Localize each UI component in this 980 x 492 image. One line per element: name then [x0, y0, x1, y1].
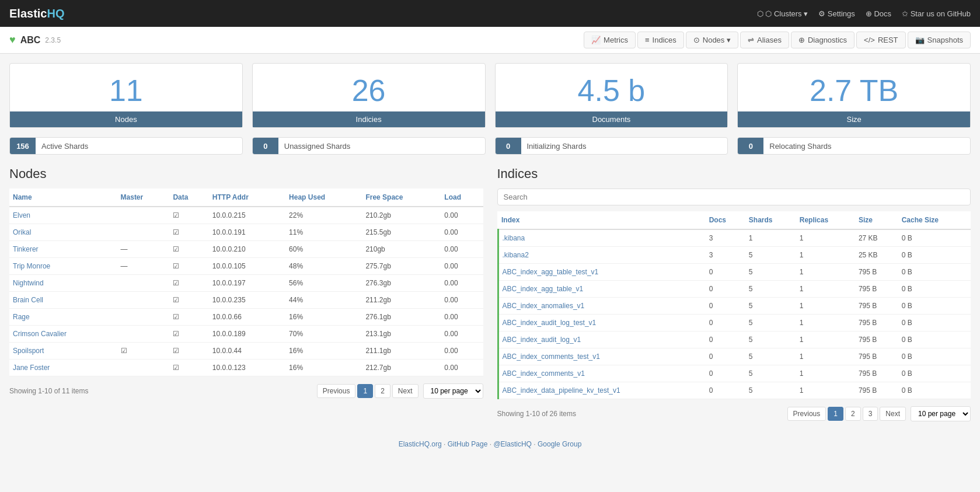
col-master: Master [117, 189, 170, 207]
table-row: Trip Monroe — ☑ 10.0.0.105 48% 275.7gb 0… [9, 258, 483, 275]
active-shards-badge: 156 Active Shards [9, 137, 243, 155]
indices-btn[interactable]: ≡ Indices [637, 32, 684, 48]
index-name-cell[interactable]: ABC_index_audit_log_v1 [498, 332, 706, 348]
indices-prev-btn[interactable]: Previous [787, 407, 826, 421]
nodes-prev-btn[interactable]: Previous [317, 384, 356, 398]
index-shards-cell: 5 [745, 382, 796, 399]
indices-label: Indicies [253, 111, 485, 127]
relocating-shards-num: 0 [738, 138, 763, 154]
active-shards-label: Active Shards [36, 142, 94, 151]
star-icon: ✩ [902, 9, 908, 18]
indices-search-input[interactable] [497, 189, 971, 205]
index-size-cell: 795 B [855, 382, 898, 399]
index-size-cell: 25 KB [855, 247, 898, 264]
index-name-cell[interactable]: ABC_index_comments_v1 [498, 365, 706, 382]
snapshots-btn[interactable]: 📷 Snapshots [908, 32, 971, 48]
index-name-cell[interactable]: ABC_index_anomalies_v1 [498, 298, 706, 315]
index-shards-cell: 5 [745, 365, 796, 382]
node-name-cell[interactable]: Nightwind [9, 275, 117, 292]
node-master-cell [117, 360, 170, 376]
index-shards-cell: 5 [745, 315, 796, 332]
index-name-cell[interactable]: ABC_index_data_pipeline_kv_test_v1 [498, 382, 706, 399]
indices-page-2-btn[interactable]: 2 [845, 407, 861, 421]
node-name-cell[interactable]: Orikal [9, 224, 117, 241]
docs-link[interactable]: ⊕ Docs [866, 9, 891, 18]
node-name-cell[interactable]: Tinkerer [9, 241, 117, 258]
docs-icon: ⊕ [866, 9, 872, 18]
node-name-cell[interactable]: Crimson Cavalier [9, 326, 117, 343]
index-name-cell[interactable]: ABC_index_agg_table_v1 [498, 281, 706, 298]
table-row: Spoilsport ☑ ☑ 10.0.0.44 16% 211.1gb 0.0… [9, 343, 483, 360]
twitter-link[interactable]: @ElasticHQ [493, 440, 532, 448]
elastichq-org-link[interactable]: ElasticHQ.org [399, 440, 442, 448]
size-label: Size [738, 111, 970, 127]
two-col-layout: Nodes Name Master Data HTTP Addr Heap Us… [9, 166, 971, 421]
heart-icon: ♥ [9, 34, 16, 46]
index-name-cell[interactable]: ABC_index_audit_log_test_v1 [498, 315, 706, 332]
clusters-menu[interactable]: ⬡ ⬡ Clusters ▾ [757, 9, 808, 18]
nodes-showing: Showing 1-10 of 11 items [9, 387, 88, 395]
index-shards-cell: 1 [745, 229, 796, 247]
github-page-link[interactable]: GitHub Page [448, 440, 488, 448]
node-http-cell: 10.0.0.215 [209, 207, 285, 224]
index-shards-cell: 5 [745, 348, 796, 365]
index-size-cell: 795 B [855, 281, 898, 298]
node-heap-cell: 48% [285, 258, 362, 275]
index-cache-cell: 0 B [898, 298, 971, 315]
index-name-cell[interactable]: .kibana2 [498, 247, 706, 264]
nodes-btn[interactable]: ⊙ Nodes ▾ [686, 32, 738, 48]
unassigned-shards-label: Unassigned Shards [278, 142, 356, 151]
index-size-cell: 795 B [855, 348, 898, 365]
index-name-cell[interactable]: .kibana [498, 229, 706, 247]
nodes-page-2-btn[interactable]: 2 [375, 384, 390, 398]
node-heap-cell: 11% [285, 224, 362, 241]
unassigned-shards-badge: 0 Unassigned Shards [252, 137, 486, 155]
rest-btn[interactable]: </> REST [856, 32, 905, 48]
node-free-cell: 276.1gb [362, 309, 441, 326]
node-free-cell: 212.7gb [362, 360, 441, 376]
metrics-btn[interactable]: 📈 Metrics [584, 32, 636, 48]
google-group-link[interactable]: Google Group [538, 440, 581, 448]
footer-sep-1: · [444, 440, 448, 448]
indices-per-page-select[interactable]: 10 per page 25 per page 50 per page [911, 406, 971, 421]
node-name-cell[interactable]: Jane Foster [9, 360, 117, 376]
node-free-cell: 275.7gb [362, 258, 441, 275]
node-name-cell[interactable]: Elven [9, 207, 117, 224]
github-link[interactable]: ✩ Star us on GitHub [902, 9, 971, 18]
nodes-value: 11 [19, 75, 233, 106]
settings-link[interactable]: ⚙ Settings [818, 9, 855, 18]
aliases-icon: ⇌ [748, 36, 754, 44]
main-content: 11 Nodes 26 Indicies 4.5 b Documents 2.7… [0, 54, 980, 431]
index-replicas-cell: 1 [796, 365, 855, 382]
indices-page-3-btn[interactable]: 3 [863, 407, 878, 421]
nodes-table-footer: Showing 1-10 of 11 items Previous 1 2 Ne… [9, 383, 483, 399]
diagnostics-btn[interactable]: ⊕ Diagnostics [791, 32, 855, 48]
nodes-per-page-select[interactable]: 10 per page 25 per page 50 per page [423, 383, 483, 399]
index-docs-cell: 3 [706, 247, 745, 264]
node-load-cell: 0.00 [441, 343, 483, 360]
node-name-cell[interactable]: Trip Monroe [9, 258, 117, 275]
index-cache-cell: 0 B [898, 247, 971, 264]
node-free-cell: 210.2gb [362, 207, 441, 224]
index-shards-cell: 5 [745, 298, 796, 315]
indices-next-btn[interactable]: Next [880, 407, 906, 421]
aliases-btn[interactable]: ⇌ Aliases [740, 32, 789, 48]
index-docs-cell: 3 [706, 229, 745, 247]
nodes-page-1-btn[interactable]: 1 [357, 384, 373, 398]
node-name-cell[interactable]: Spoilsport [9, 343, 117, 360]
relocating-shards-badge: 0 Relocating Shards [737, 137, 971, 155]
idx-col-shards: Shards [745, 211, 796, 229]
node-name-cell[interactable]: Brain Cell [9, 292, 117, 309]
stats-row: 11 Nodes 26 Indicies 4.5 b Documents 2.7… [9, 63, 971, 128]
node-master-cell [117, 224, 170, 241]
node-name-cell[interactable]: Rage [9, 309, 117, 326]
metrics-icon: 📈 [591, 36, 601, 44]
idx-col-replicas: Replicas [796, 211, 855, 229]
nodes-next-btn[interactable]: Next [392, 384, 418, 398]
index-name-cell[interactable]: ABC_index_comments_test_v1 [498, 348, 706, 365]
index-name-cell[interactable]: ABC_index_agg_table_test_v1 [498, 264, 706, 281]
index-size-cell: 795 B [855, 315, 898, 332]
node-http-cell: 10.0.0.105 [209, 258, 285, 275]
index-cache-cell: 0 B [898, 264, 971, 281]
indices-page-1-btn[interactable]: 1 [828, 407, 843, 421]
